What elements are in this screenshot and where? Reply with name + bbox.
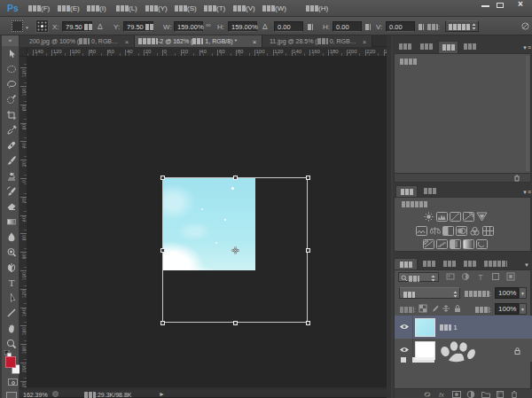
svg-text:fx: fx <box>439 391 445 398</box>
svg-text:T: T <box>478 273 483 282</box>
svg-text:T: T <box>9 277 15 288</box>
